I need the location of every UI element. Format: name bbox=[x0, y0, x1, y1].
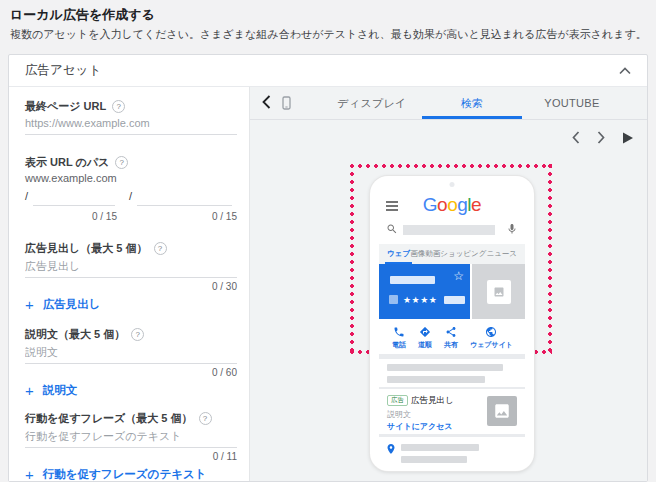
display-base-url: www.example.com bbox=[25, 172, 117, 184]
ad-assets-card-title: 広告アセット bbox=[25, 62, 101, 79]
tab-youtube[interactable]: YOUTUBE bbox=[522, 87, 622, 119]
path-prefix: / bbox=[25, 190, 28, 206]
path-prefix: / bbox=[129, 190, 132, 206]
avatar-placeholder bbox=[389, 295, 398, 304]
hero-ad-block: ☆ ★★★★ bbox=[379, 264, 470, 319]
add-headline-button[interactable]: + 広告見出し bbox=[25, 297, 101, 312]
page-title: ローカル広告を作成する bbox=[10, 6, 155, 24]
phone-screen: Google ウェブ 画像 動画 ショッピング bbox=[379, 191, 525, 469]
headline-label: 広告見出し（最大 5 個） ? bbox=[25, 241, 167, 256]
path-counter-1: 0 / 15 bbox=[25, 211, 117, 222]
cta-input[interactable] bbox=[25, 430, 237, 448]
phone-speaker bbox=[450, 182, 455, 187]
active-tab-underline bbox=[422, 116, 522, 119]
plus-icon: + bbox=[25, 297, 34, 312]
dotted-edge bbox=[350, 164, 354, 354]
chevron-left-icon bbox=[572, 131, 580, 144]
ad-headline: 広告見出し bbox=[411, 395, 454, 407]
rating-stars: ★★★★ bbox=[403, 295, 437, 305]
add-description-button[interactable]: + 説明文 bbox=[25, 383, 77, 398]
rating-count-bar bbox=[444, 296, 465, 304]
visit-site-link: サイトにアクセス bbox=[387, 421, 453, 432]
google-logo: Google bbox=[379, 194, 525, 216]
collapse-button[interactable] bbox=[619, 67, 631, 75]
image-icon bbox=[493, 286, 505, 298]
create-local-ad-page: ローカル広告を作成する 複数のアセットを入力してください。さまざまな組み合わせが… bbox=[0, 0, 656, 482]
card-body: 最終ページ URL ? 表示 URL のパス ? www.example.com… bbox=[9, 87, 647, 481]
device-phone-icon[interactable] bbox=[282, 96, 291, 114]
placeholder-bar bbox=[387, 376, 485, 383]
mic-icon bbox=[506, 223, 518, 235]
next-arrow-button[interactable] bbox=[597, 131, 605, 144]
text-ad-card: 広告 広告見出し 説明文 サイトにアクセス bbox=[379, 389, 525, 434]
phone-mockup: Google ウェブ 画像 動画 ショッピング bbox=[370, 176, 534, 471]
final-url-input[interactable] bbox=[25, 117, 237, 135]
image-icon bbox=[493, 402, 511, 420]
path-input-1[interactable] bbox=[33, 188, 115, 206]
cta-label: 行動を促すフレーズ（最大 5 個） ? bbox=[25, 411, 212, 426]
chevron-up-icon bbox=[619, 67, 631, 75]
ad-action-bar: 電話 道順 共有 ウェ bbox=[379, 321, 525, 354]
favorite-star-icon: ☆ bbox=[453, 270, 464, 282]
play-icon bbox=[622, 132, 633, 144]
website-icon bbox=[485, 326, 497, 338]
path-counter-2: 0 / 15 bbox=[129, 211, 237, 222]
gs-tab-images: 画像 bbox=[410, 249, 425, 259]
call-icon bbox=[393, 326, 405, 338]
ad-badge: 広告 bbox=[387, 395, 408, 406]
dotted-edge bbox=[548, 164, 552, 354]
headline-input[interactable] bbox=[25, 260, 237, 278]
tab-search[interactable]: 検索 bbox=[422, 87, 522, 119]
help-icon[interactable]: ? bbox=[154, 242, 167, 255]
location-pin-icon bbox=[385, 443, 397, 455]
ad-assets-card: 広告アセット 最終ページ URL ? 表示 URL のパス ? www.exam… bbox=[8, 54, 648, 482]
thumbnail-placeholder bbox=[487, 396, 517, 426]
back-button[interactable] bbox=[262, 95, 271, 113]
help-icon[interactable]: ? bbox=[112, 100, 125, 113]
chevron-right-icon bbox=[597, 131, 605, 144]
asset-form-panel: 最終ページ URL ? 表示 URL のパス ? www.example.com… bbox=[9, 87, 249, 481]
search-bar bbox=[379, 219, 525, 241]
display-path-label: 表示 URL のパス ? bbox=[25, 155, 128, 170]
hero-image-area bbox=[472, 264, 525, 319]
cta-counter: 0 / 11 bbox=[25, 451, 237, 462]
website-action: ウェブサイト bbox=[470, 326, 513, 350]
directions-action: 道順 bbox=[418, 326, 432, 350]
ad-assets-card-header: 広告アセット bbox=[9, 55, 647, 87]
path-field-2: / bbox=[129, 188, 232, 206]
placeholder-bar bbox=[401, 444, 479, 451]
help-icon[interactable]: ? bbox=[199, 412, 212, 425]
ad-description: 説明文 bbox=[387, 409, 411, 420]
placeholder-bar bbox=[401, 456, 467, 463]
path-input-2[interactable] bbox=[137, 188, 232, 206]
add-cta-button[interactable]: + 行動を促すフレーズのテキスト bbox=[25, 467, 206, 482]
preview-panel: ディスプレイ 検索 YOUTUBE bbox=[249, 87, 647, 481]
gs-tab-shopping: ショッピング bbox=[440, 249, 486, 259]
prev-arrow-button[interactable] bbox=[572, 131, 580, 144]
tab-display[interactable]: ディスプレイ bbox=[322, 87, 422, 119]
plus-icon: + bbox=[25, 383, 34, 398]
plus-icon: + bbox=[25, 467, 34, 482]
help-icon[interactable]: ? bbox=[115, 156, 128, 169]
directions-icon bbox=[419, 326, 431, 338]
local-ad-hero: ☆ ★★★★ bbox=[379, 264, 525, 319]
description-input[interactable] bbox=[25, 346, 237, 364]
google-header: Google bbox=[379, 193, 525, 217]
preview-nav bbox=[572, 131, 633, 144]
help-icon[interactable]: ? bbox=[131, 328, 144, 341]
location-card bbox=[379, 437, 525, 469]
gs-tab-web: ウェブ bbox=[387, 249, 410, 259]
page-subtitle: 複数のアセットを入力してください。さまざまな組み合わせがテストされ、最も効果が高… bbox=[10, 27, 647, 42]
placeholder-bar bbox=[387, 364, 503, 371]
chevron-left-icon bbox=[262, 95, 271, 109]
title-placeholder-bar bbox=[390, 276, 435, 284]
search-placeholder-bar bbox=[403, 225, 495, 235]
play-button[interactable] bbox=[622, 132, 633, 144]
search-result-tabs: ウェブ 画像 動画 ショッピング ニュース bbox=[379, 244, 525, 264]
call-action: 電話 bbox=[392, 326, 406, 350]
preview-tabbar: ディスプレイ 検索 YOUTUBE bbox=[250, 87, 647, 120]
description-label: 説明文（最大 5 個） ? bbox=[25, 327, 144, 342]
image-placeholder bbox=[487, 280, 511, 304]
description-counter: 0 / 60 bbox=[25, 367, 237, 378]
final-url-label: 最終ページ URL ? bbox=[25, 99, 125, 114]
